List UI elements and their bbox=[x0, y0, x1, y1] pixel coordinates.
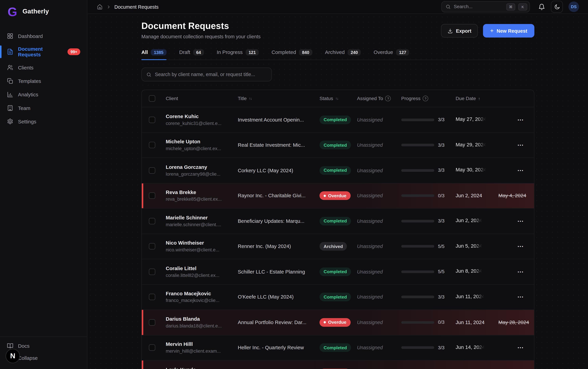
row-checkbox[interactable] bbox=[149, 345, 155, 351]
table-row[interactable]: Lorena Gorczany lorena_gorczany98@clie..… bbox=[142, 158, 534, 183]
table-row[interactable]: Corene Kuhic corene_kuhic31@client.e... … bbox=[142, 107, 534, 132]
row-menu-icon[interactable]: ••• bbox=[518, 244, 524, 248]
sidebar-item[interactable]: Templates bbox=[4, 75, 83, 87]
row-checkbox[interactable] bbox=[149, 167, 155, 174]
row-end-cell: May 4, 2024 bbox=[498, 193, 534, 198]
client-cell: Franco Macejkovic franco_macejkovic@clie… bbox=[166, 291, 238, 303]
new-request-button[interactable]: + New Request bbox=[483, 24, 534, 37]
due-date: May 27, 2024 bbox=[456, 116, 498, 123]
table-row[interactable]: Coralie Littel coralie.littel82@client.e… bbox=[142, 259, 534, 284]
status-tab[interactable]: Overdue 127 bbox=[374, 49, 409, 60]
row-menu-icon[interactable]: ••• bbox=[518, 219, 524, 223]
progress-text: 0/3 bbox=[438, 193, 444, 198]
sidebar-item[interactable]: Team bbox=[4, 102, 83, 114]
status-cell: Completed bbox=[319, 293, 357, 301]
status-tab[interactable]: In Progress 121 bbox=[217, 49, 259, 60]
column-title[interactable]: Title↑↓ bbox=[238, 96, 319, 101]
notifications-button[interactable] bbox=[538, 3, 545, 10]
tab-label: Overdue bbox=[374, 50, 393, 55]
request-title: Heller Inc. - Quarterly Review bbox=[238, 345, 319, 350]
table-row[interactable]: Franco Macejkovic franco_macejkovic@clie… bbox=[142, 284, 534, 310]
dev-overlay-badge[interactable]: N bbox=[6, 349, 20, 363]
global-search-placeholder: Search... bbox=[454, 4, 503, 9]
table-row[interactable]: Nico Wintheiser nico.wintheiser@client.e… bbox=[142, 234, 534, 259]
row-menu-icon[interactable]: ••• bbox=[518, 346, 524, 350]
row-menu-icon[interactable]: ••• bbox=[518, 118, 524, 122]
help-icon[interactable]: ? bbox=[423, 96, 428, 101]
row-end-cell: May 28, 2024 bbox=[498, 319, 534, 325]
table-header-row: Client Title↑↓ Status↑↓ Assigned To? Pro… bbox=[142, 90, 534, 107]
due-date: May 30, 2024 bbox=[456, 167, 498, 174]
plus-icon: + bbox=[490, 28, 494, 34]
client-email: reva_brekke85@client.ex... bbox=[166, 197, 238, 202]
row-checkbox[interactable] bbox=[149, 218, 155, 224]
client-cell: Corene Kuhic corene_kuhic31@client.e... bbox=[166, 113, 238, 126]
row-checkbox[interactable] bbox=[149, 142, 155, 148]
column-due-date[interactable]: Due Date↑ bbox=[456, 96, 498, 101]
row-checkbox[interactable] bbox=[149, 319, 155, 325]
column-status[interactable]: Status↑↓ bbox=[319, 96, 357, 101]
header-actions: Export + New Request bbox=[441, 24, 534, 37]
theme-toggle-button[interactable] bbox=[551, 1, 563, 13]
status-tab[interactable]: All 1385 bbox=[141, 49, 166, 60]
progress-cell: 3/3 bbox=[401, 117, 456, 122]
user-avatar[interactable]: DS bbox=[568, 1, 579, 12]
status-cell: Completed bbox=[319, 267, 357, 276]
progress-cell: 3/3 bbox=[401, 168, 456, 173]
table-row[interactable]: Darius Blanda darius.blanda18@client.e..… bbox=[142, 309, 534, 335]
tab-label: Archived bbox=[325, 50, 345, 55]
export-button[interactable]: Export bbox=[441, 24, 478, 37]
table-row[interactable]: Michele Upton michele_upton@client.ex...… bbox=[142, 132, 534, 158]
row-checkbox[interactable] bbox=[149, 243, 155, 249]
table-row[interactable]: Marielle Schinner marielle.schinner@clie… bbox=[142, 208, 534, 234]
row-checkbox[interactable] bbox=[149, 117, 155, 123]
search-icon bbox=[146, 72, 152, 77]
row-checkbox[interactable] bbox=[149, 294, 155, 300]
due-date: Jun 2, 2024 bbox=[456, 193, 498, 198]
status-tab[interactable]: Completed 840 bbox=[271, 49, 312, 60]
status-badge: Overdue bbox=[319, 318, 350, 327]
row-menu-icon[interactable]: ••• bbox=[518, 168, 524, 172]
table-row[interactable]: Layla Kunde layla_kunde@client.exam... M… bbox=[142, 360, 534, 369]
content: Document Requests Manage document collec… bbox=[88, 14, 588, 369]
row-checkbox[interactable] bbox=[149, 269, 155, 275]
row-menu-icon[interactable]: ••• bbox=[518, 295, 524, 299]
column-assigned-to: Assigned To? bbox=[357, 96, 401, 101]
sidebar-footer-icon bbox=[7, 342, 14, 349]
sidebar-item[interactable]: Document Requests 99+ bbox=[4, 44, 83, 60]
table-row[interactable]: Mervin Hilll mervin_hilll@client.exam...… bbox=[142, 335, 534, 360]
tab-count-badge: 127 bbox=[396, 49, 409, 55]
help-icon[interactable]: ? bbox=[385, 96, 391, 101]
progress-text: 3/3 bbox=[438, 218, 444, 224]
row-menu-icon[interactable]: ••• bbox=[518, 143, 524, 147]
status-tab[interactable]: Draft 64 bbox=[179, 49, 204, 60]
sidebar-item[interactable]: Dashboard bbox=[4, 30, 83, 42]
sidebar-item-label: Analytics bbox=[18, 92, 38, 97]
home-icon[interactable] bbox=[97, 4, 103, 10]
status-cell: Completed bbox=[319, 343, 357, 352]
sidebar-item[interactable]: Analytics bbox=[4, 89, 83, 101]
cmd-keycap: ⌘ bbox=[506, 3, 515, 10]
status-tab[interactable]: Archived 240 bbox=[325, 49, 361, 60]
sidebar-item[interactable]: Settings bbox=[4, 116, 83, 128]
progress-bar bbox=[401, 169, 434, 172]
table-row[interactable]: Reva Brekke reva_brekke85@client.ex... R… bbox=[142, 183, 534, 208]
select-all-checkbox[interactable] bbox=[149, 95, 155, 102]
app-window: G Gatherly Dashboard Document Requests 9… bbox=[0, 0, 588, 369]
progress-bar bbox=[401, 270, 434, 273]
row-menu-icon[interactable]: ••• bbox=[518, 270, 524, 274]
sidebar-item-label: Team bbox=[18, 105, 30, 111]
table-search-input[interactable]: Search by client name, email, or request… bbox=[141, 68, 272, 82]
client-cell: Marielle Schinner marielle.schinner@clie… bbox=[166, 215, 238, 227]
progress-cell: 0/3 bbox=[401, 320, 456, 325]
assigned-to: Unassigned bbox=[357, 193, 401, 198]
progress-bar bbox=[401, 321, 434, 324]
progress-bar bbox=[401, 144, 434, 146]
progress-cell: 0/3 bbox=[401, 193, 456, 198]
global-search[interactable]: Search... ⌘ K bbox=[441, 1, 530, 12]
request-title: Raynor Inc. - Charitable Givi... bbox=[238, 193, 319, 198]
assigned-to: Unassigned bbox=[357, 345, 401, 350]
sidebar-item[interactable]: Clients bbox=[4, 62, 83, 73]
row-checkbox[interactable] bbox=[149, 193, 155, 199]
tab-count-badge: 840 bbox=[299, 49, 312, 55]
